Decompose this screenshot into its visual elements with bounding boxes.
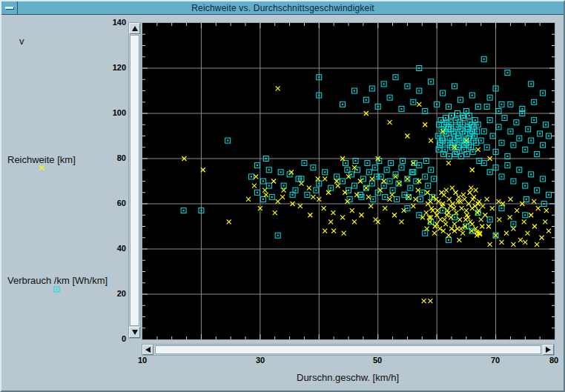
- plot-area: [142, 22, 555, 340]
- y-tick-label: 120: [93, 63, 126, 72]
- arrow-down-icon: [132, 330, 138, 335]
- minimize-button[interactable]: [1, 1, 18, 14]
- scroll-left-button[interactable]: [142, 345, 153, 355]
- vertical-scrollbar[interactable]: [128, 22, 141, 339]
- verbrauch-square-marker-icon: [53, 285, 61, 293]
- y-var-label: v: [19, 36, 24, 47]
- x-tick-label: 70: [484, 356, 506, 365]
- plot-svg: [142, 23, 555, 339]
- x-tick-label: 10: [131, 356, 153, 365]
- y-tick-label: 60: [93, 199, 126, 207]
- x-axis-title: Durschn.geschw. [km/h]: [266, 372, 429, 383]
- reichweite-x-marker-icon: [38, 164, 46, 172]
- arrow-up-icon: [132, 26, 138, 31]
- minimize-icon: [5, 7, 13, 9]
- x-tick-label: 30: [249, 356, 271, 365]
- scroll-down-button[interactable]: [129, 327, 140, 338]
- scroll-up-button[interactable]: [129, 23, 140, 34]
- app-window: Reichweite vs. Durchschnittsgeschwindigk…: [0, 0, 565, 392]
- window-title: Reichweite vs. Durchschnittsgeschwindigk…: [18, 3, 564, 13]
- y-tick-label: 140: [93, 18, 126, 27]
- horizontal-scrollbar[interactable]: [142, 344, 555, 356]
- titlebar[interactable]: Reichweite vs. Durchschnittsgeschwindigk…: [1, 1, 564, 15]
- x-tick-label: 50: [366, 356, 389, 365]
- y-tick-label: 20: [93, 289, 126, 298]
- arrow-left-icon: [145, 347, 151, 353]
- scroll-right-button[interactable]: [543, 345, 554, 355]
- horizontal-scrollbar-thumb[interactable]: [155, 345, 541, 354]
- x-tick-label: 80: [543, 356, 565, 365]
- y-tick-label: 40: [93, 244, 126, 253]
- legend-verbrauch-label: Verbrauch /km [Wh/km]: [7, 275, 108, 286]
- arrow-right-icon: [546, 347, 551, 353]
- y-tick-label: 80: [93, 153, 126, 162]
- vertical-scrollbar-thumb[interactable]: [130, 35, 139, 326]
- y-tick-label: 0: [93, 334, 126, 343]
- y-tick-label: 100: [93, 108, 126, 117]
